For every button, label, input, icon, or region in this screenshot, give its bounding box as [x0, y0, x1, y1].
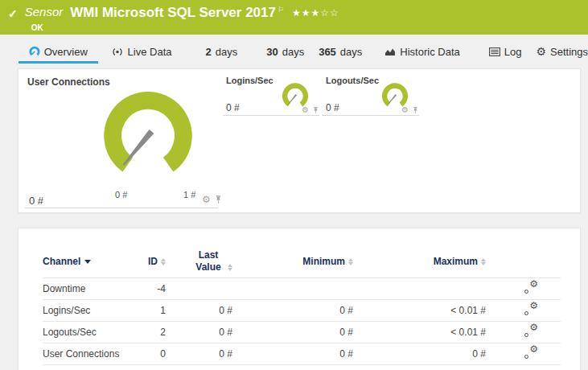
channel-id: 2	[131, 327, 166, 338]
divider	[223, 115, 319, 116]
col-header-maximum[interactable]: Maximum	[353, 256, 486, 267]
pin-icon[interactable]	[312, 106, 319, 114]
channel-min: 0 #	[232, 348, 353, 360]
gear-icon[interactable]: ⚙	[202, 195, 211, 204]
col-header-last-value[interactable]: Last Value	[166, 249, 232, 273]
gauges-card: User Connections 0 # 1 # 0 # ⚙ Logins/Se…	[18, 68, 581, 213]
page-title: WMI Microsoft SQL Server 2017	[70, 5, 276, 21]
divider	[25, 208, 218, 208]
gauge-scale-min: 0 #	[115, 190, 127, 199]
log-icon	[489, 47, 500, 56]
divider	[323, 115, 419, 116]
pane-icons-logouts: ⚙	[401, 106, 419, 114]
channel-min: 0 #	[232, 305, 353, 316]
table-row-downtime[interactable]: Downtime -4 ⚙	[43, 278, 561, 300]
channel-id: -4	[131, 283, 166, 294]
channels-card: Channel ID Last Value Minimum Maximum Do…	[18, 228, 581, 370]
tab-settings[interactable]: ⚙ Settings	[536, 42, 588, 64]
channel-name: Logins/Sec	[43, 305, 131, 316]
gauge-icon	[29, 46, 40, 57]
pane-icons-user-connections: ⚙	[202, 195, 223, 204]
priority-stars[interactable]: ★★★☆☆	[292, 7, 339, 18]
pin-icon[interactable]	[214, 195, 223, 204]
table-row-logouts[interactable]: Logouts/Sec 2 0 # 0 # < 0.01 # ⚙	[43, 322, 561, 343]
tab-historic-data[interactable]: Historic Data	[384, 42, 459, 64]
flag-icon[interactable]: ⚐	[278, 6, 284, 14]
channel-name: Logouts/Sec	[43, 327, 131, 338]
gear-icon[interactable]: ⚙	[302, 106, 309, 114]
broadcast-icon	[111, 47, 124, 57]
channel-max: < 0.01 #	[353, 327, 486, 338]
tab-overview[interactable]: Overview	[19, 42, 98, 64]
tab-bar: Overview Live Data 2 days 30 days 365 da…	[0, 35, 588, 68]
tab-live-data[interactable]: Live Data	[111, 42, 172, 64]
gauge-title-logins: Logins/Sec	[226, 76, 273, 85]
channel-id: 0	[131, 348, 166, 360]
tab-365-days[interactable]: 365 days	[319, 42, 362, 64]
gear-icon: ⚙	[536, 46, 546, 57]
user-connections-value: 0 #	[29, 195, 43, 207]
tab-30-days[interactable]: 30 days	[266, 42, 304, 64]
tab-log[interactable]: Log	[489, 42, 522, 64]
channel-min: 0 #	[232, 327, 353, 338]
edit-channel-icon[interactable]: ⚙	[524, 325, 538, 337]
logouts-value: 0 #	[326, 102, 339, 113]
channel-last: 0 #	[166, 348, 232, 360]
gauge-scale-max: 1 #	[183, 190, 195, 199]
pin-icon[interactable]	[412, 106, 419, 114]
table-header-row: Channel ID Last Value Minimum Maximum	[43, 245, 561, 278]
col-header-id[interactable]: ID	[131, 256, 166, 267]
gear-icon[interactable]: ⚙	[401, 106, 409, 114]
logins-value: 0 #	[226, 102, 240, 113]
edit-channel-icon[interactable]: ⚙	[524, 347, 538, 359]
sort-desc-icon	[84, 260, 91, 264]
channel-name: Downtime	[43, 283, 131, 294]
status-badge: OK	[31, 23, 43, 32]
channel-last: 0 #	[166, 305, 232, 316]
channel-last: 0 #	[166, 327, 232, 338]
channels-table: Channel ID Last Value Minimum Maximum Do…	[43, 245, 561, 365]
col-header-channel[interactable]: Channel	[43, 256, 131, 267]
gauge-title-logouts: Logouts/Sec	[326, 76, 379, 85]
sort-icon	[481, 258, 486, 265]
table-row-user-connections[interactable]: User Connections 0 0 # 0 # 0 # ⚙	[43, 343, 561, 365]
channel-max: 0 #	[353, 348, 486, 360]
user-connections-gauge	[88, 77, 208, 198]
channel-max: < 0.01 #	[353, 305, 486, 316]
area-chart-icon	[384, 47, 396, 56]
pane-icons-logins: ⚙	[302, 106, 319, 114]
col-header-minimum[interactable]: Minimum	[232, 256, 353, 267]
channel-id: 1	[131, 305, 166, 316]
sensor-header: ✓ Sensor OK WMI Microsoft SQL Server 201…	[0, 0, 588, 35]
status-check-icon: ✓	[8, 7, 18, 20]
tab-2-days[interactable]: 2 days	[206, 42, 238, 64]
table-row-logins[interactable]: Logins/Sec 1 0 # 0 # < 0.01 # ⚙	[43, 300, 561, 322]
edit-channel-icon[interactable]: ⚙	[524, 282, 538, 294]
channel-name: User Connections	[43, 348, 131, 360]
object-kind-label: Sensor	[25, 5, 64, 18]
edit-channel-icon[interactable]: ⚙	[524, 303, 538, 315]
